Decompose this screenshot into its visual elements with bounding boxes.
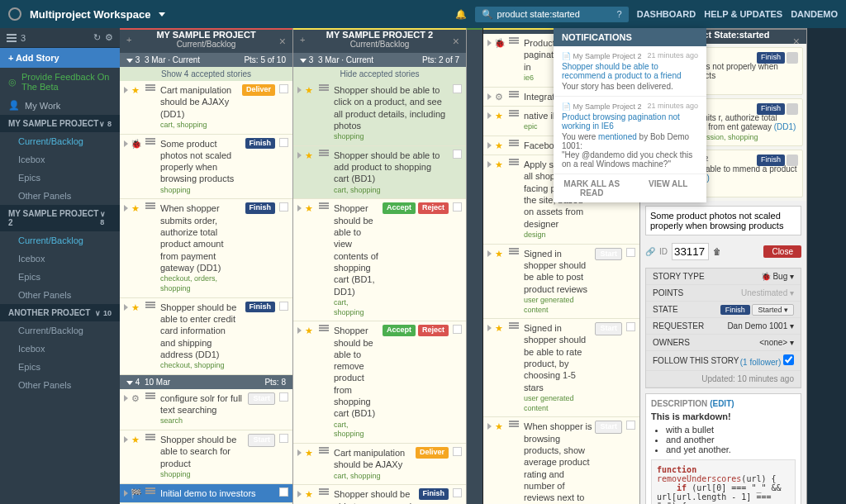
story-checkbox[interactable] — [279, 392, 288, 402]
finish-button[interactable]: Finish — [757, 103, 785, 115]
story-checkbox[interactable] — [453, 202, 462, 212]
estimate-icon[interactable] — [506, 421, 521, 427]
iteration-header[interactable]: 3 3 Mar · Current Pts: 2 of 7 — [293, 53, 466, 67]
estimate-icon[interactable] — [143, 84, 158, 91]
story-action-button[interactable]: Start — [595, 322, 622, 335]
story-checkbox[interactable] — [626, 322, 635, 331]
search-box[interactable]: 🔍 ? — [475, 7, 629, 22]
story-row[interactable]: ★ Shopper should be able to enter credit… — [120, 298, 292, 375]
story-action-button[interactable]: Reject — [418, 325, 449, 336]
link-icon[interactable]: 🔗 — [645, 247, 655, 256]
notification-item[interactable]: 📄 My Sample Project 221 minutes ago Prod… — [554, 97, 706, 174]
expand-icon[interactable] — [297, 87, 302, 93]
estimate-icon[interactable] — [143, 487, 158, 494]
story-checkbox[interactable] — [453, 447, 462, 456]
story-action-button[interactable]: Accept — [383, 325, 416, 336]
finish-button[interactable]: Finish — [720, 305, 750, 315]
pin-icon[interactable] — [787, 155, 798, 166]
finish-button[interactable]: Finish — [757, 155, 785, 166]
story-action-button[interactable]: Finish — [245, 302, 276, 313]
expand-icon[interactable] — [487, 250, 492, 257]
sidebar-panel-link[interactable]: Current/Backlog — [0, 132, 120, 150]
close-icon[interactable]: × — [279, 35, 286, 48]
expand-icon[interactable] — [124, 140, 128, 147]
expand-icon[interactable] — [487, 142, 492, 149]
story-action-button[interactable]: Start — [248, 392, 275, 406]
nav-help[interactable]: HELP & UPDATES — [704, 9, 782, 19]
nav-user[interactable]: DANDEMO — [791, 9, 838, 19]
estimate-icon[interactable] — [506, 248, 521, 254]
panel-body[interactable]: 3 3 Mar · Current Pts: 5 of 10 Show 4 ac… — [120, 53, 292, 504]
story-action-button[interactable]: Start — [248, 434, 275, 447]
story-checkbox[interactable] — [626, 421, 635, 430]
story-action-button[interactable]: Finish — [245, 202, 276, 214]
story-checkbox[interactable] — [279, 84, 288, 93]
estimate-icon[interactable] — [506, 322, 521, 329]
story-row[interactable]: ★ Shopper should be able to view content… — [293, 199, 466, 321]
story-checkbox[interactable] — [626, 248, 635, 257]
expand-icon[interactable] — [124, 436, 128, 443]
sidebar-panel-link[interactable]: Current/Backlog — [0, 321, 120, 340]
story-action-button[interactable]: Finish — [419, 488, 449, 500]
estimate-icon[interactable] — [506, 37, 521, 44]
workspace-name[interactable]: Multiproject Workspace — [30, 8, 150, 21]
expand-icon[interactable] — [297, 327, 302, 334]
story-row[interactable]: ★ Shopper should be able to add product … — [293, 146, 466, 200]
estimate-icon[interactable] — [316, 84, 331, 91]
iteration-header[interactable]: 3 3 Mar · Current Pts: 5 of 10 — [120, 53, 292, 67]
iteration-header[interactable]: 4 10 Mar Pts: 8 — [120, 375, 292, 389]
estimate-icon[interactable] — [316, 150, 331, 156]
story-action-button[interactable]: Reject — [418, 202, 449, 214]
sidebar-panel-link[interactable]: Epics — [0, 268, 120, 286]
notification-item[interactable]: 📄 My Sample Project 221 minutes ago Shop… — [554, 46, 706, 97]
estimate-icon[interactable] — [316, 447, 331, 454]
nav-dashboard[interactable]: DASHBOARD — [637, 9, 696, 19]
story-id-input[interactable] — [672, 243, 709, 260]
story-row[interactable]: 🐞 Some product photos not scaled properl… — [120, 135, 292, 200]
story-action-button[interactable]: Deliver — [242, 84, 275, 96]
my-work-link[interactable]: 👤 My Work — [0, 96, 120, 115]
story-row[interactable]: 🏁 Initial demo to investors — [120, 484, 292, 503]
expand-icon[interactable] — [124, 304, 128, 311]
story-row[interactable]: ★ Shopper should be able to search for p… — [120, 430, 292, 484]
estimate-icon[interactable] — [143, 434, 158, 440]
story-action-button[interactable]: Finish — [245, 138, 276, 150]
sidebar-panel-link[interactable]: Other Panels — [0, 286, 120, 304]
sidebar-project-header[interactable]: MY SAMPLE PROJECT∨ 8 — [0, 115, 120, 132]
show-accepted-toggle[interactable]: Show 4 accepted stories — [120, 67, 292, 81]
panel-body[interactable]: 3 3 Mar · Current Pts: 2 of 7 Hide accep… — [293, 53, 466, 504]
sidebar-panel-link[interactable]: Icebox — [0, 250, 120, 268]
expand-icon[interactable] — [297, 449, 302, 456]
estimate-icon[interactable] — [316, 488, 331, 495]
expand-icon[interactable] — [297, 152, 302, 159]
estimate-icon[interactable] — [143, 138, 158, 145]
expand-icon[interactable] — [487, 423, 492, 430]
edit-description-link[interactable]: (edit) — [710, 399, 734, 408]
finish-button[interactable]: Finish — [757, 52, 785, 64]
expand-icon[interactable] — [124, 490, 128, 497]
refresh-icon[interactable]: ↻ — [93, 32, 101, 43]
sidebar-project-header[interactable]: ANOTHER PROJECT∨ 10 — [0, 304, 120, 321]
workspace-dropdown-icon[interactable] — [159, 12, 165, 17]
close-icon[interactable]: × — [453, 35, 459, 48]
feedback-link[interactable]: ◎ Provide Feedback On The Beta — [0, 68, 120, 96]
search-input[interactable] — [497, 9, 613, 19]
state-dropdown[interactable]: Started ▾ — [752, 304, 794, 316]
expand-icon[interactable] — [487, 325, 492, 331]
story-checkbox[interactable] — [279, 302, 288, 311]
estimate-icon[interactable] — [143, 302, 158, 308]
estimate-icon[interactable] — [506, 110, 521, 116]
story-action-button[interactable]: Accept — [383, 202, 416, 214]
story-action-button[interactable]: Start — [595, 248, 622, 261]
story-row[interactable]: ★ Cart manipulation should be AJAXy cart… — [293, 444, 466, 485]
estimate-icon[interactable] — [316, 202, 331, 209]
sidebar-panel-link[interactable]: Epics — [0, 169, 120, 187]
hamburger-icon[interactable] — [7, 34, 17, 42]
view-all-link[interactable]: VIEW ALL — [630, 174, 707, 202]
add-icon[interactable]: + — [300, 35, 305, 45]
story-row[interactable]: ★ Shopper should be able to recommend a … — [293, 485, 466, 504]
search-help-icon[interactable]: ? — [617, 9, 622, 19]
expand-icon[interactable] — [124, 87, 128, 93]
story-row[interactable]: ★ When shopper submits order, authorize … — [120, 199, 292, 297]
story-row[interactable]: ⚙ configure solr for full text searching… — [120, 389, 292, 430]
